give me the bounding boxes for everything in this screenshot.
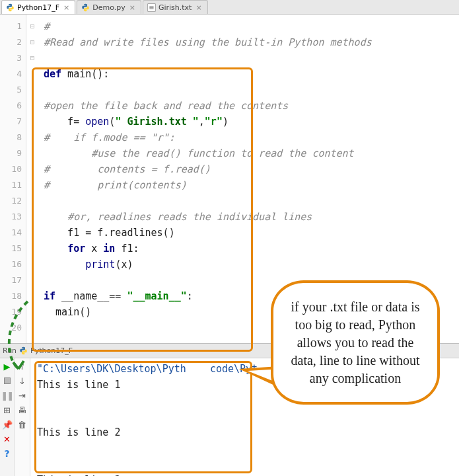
run-label: Run (3, 346, 17, 355)
svg-point-3 (87, 10, 87, 11)
line-number: 3 (0, 50, 22, 66)
code-line: # (44, 20, 50, 32)
line-number: 15 (0, 241, 22, 257)
code-line: # print(contents) (44, 179, 187, 191)
close-icon[interactable]: × (195, 3, 201, 12)
line-number-gutter: 1 2 3 4 5 6 7 8 9 10 11 12 13 14 15 16 1… (0, 15, 26, 343)
annotation-speech-bubble: if your .txt file or data is too big to … (271, 280, 440, 405)
line-number: 4 (0, 66, 22, 82)
arrow-up-icon[interactable]: ↑ (17, 361, 28, 372)
tab-demo[interactable]: Demo.py × (77, 0, 141, 14)
python-file-icon (81, 3, 90, 12)
python-file-icon (6, 3, 15, 12)
code-line: #or, readlines reads the individual line… (44, 211, 312, 223)
code-line: #open the file back and read the content… (44, 100, 288, 112)
python-file-icon (19, 346, 28, 355)
run-tool-column-right: ↑ ↓ ⇥ 🖶 🗑 (15, 358, 30, 476)
stop-icon[interactable] (2, 376, 13, 386)
tab-label: Girish.txt (159, 3, 192, 12)
console-command: "C:\Users\DK\Desktop\Pyth code\Pyt (37, 363, 258, 375)
code-line: #Read and write files using the built-in… (44, 36, 372, 48)
text-file-icon: ≡ (147, 3, 156, 12)
tab-girish-txt[interactable]: ≡ Girish.txt × (143, 0, 208, 14)
line-number: 18 (0, 288, 22, 304)
code-line: f1 = f.readlines() (44, 227, 175, 239)
fold-toggle[interactable]: ⊟ (26, 34, 38, 50)
wrap-icon[interactable]: ⇥ (17, 390, 28, 401)
run-tool-column-left: ▶ ❚❚ ⊞ 📌 ✕ ? (0, 358, 15, 476)
run-icon[interactable]: ▶ (2, 361, 13, 372)
help-icon[interactable]: ? (2, 448, 13, 459)
close-icon[interactable]: ✕ (2, 434, 13, 444)
code-line: #use the read() function to read the con… (44, 147, 354, 159)
code-line: # contents = f.read() (44, 163, 211, 175)
line-number: 14 (0, 225, 22, 241)
svg-point-0 (9, 4, 9, 5)
fold-toggle[interactable]: ⊟ (26, 50, 38, 66)
run-config-name: Python17_F (30, 346, 73, 355)
line-number: 6 (0, 98, 22, 114)
svg-point-4 (22, 348, 22, 348)
line-number: 5 (0, 82, 22, 98)
console-line: This is line 2 (37, 426, 120, 438)
pause-icon[interactable]: ❚❚ (2, 390, 13, 401)
code-kw: def (44, 68, 61, 80)
line-number: 9 (0, 145, 22, 161)
code-line: main() (44, 306, 91, 318)
line-number: 1 (0, 19, 22, 34)
annotation-text: if your .txt file or data is too big to … (288, 298, 423, 387)
line-number: 20 (0, 320, 22, 336)
fold-toggle[interactable]: ⊟ (26, 19, 38, 34)
fold-column: ⊟ ⊟ ⊟ (26, 15, 38, 343)
svg-point-1 (11, 10, 12, 11)
pin-icon[interactable]: 📌 (2, 419, 13, 430)
line-number: 8 (0, 130, 22, 145)
print-icon[interactable]: 🖶 (17, 405, 28, 415)
line-number: 10 (0, 161, 22, 177)
tab-label: Demo.py (92, 3, 125, 12)
console-line: This is line 1 (37, 379, 120, 391)
line-number: 17 (0, 272, 22, 288)
tab-label: Python17_F (17, 3, 59, 12)
code-line: # if f.mode == "r": (44, 132, 175, 143)
line-number: 12 (0, 193, 22, 209)
code-line: main(): (61, 68, 109, 80)
arrow-down-icon[interactable]: ↓ (17, 376, 28, 386)
layout-icon[interactable]: ⊞ (2, 405, 13, 415)
editor-tabs-bar: Python17_F × Demo.py × ≡ Girish.txt × (0, 0, 459, 15)
line-number: 13 (0, 209, 22, 225)
line-number: 19 (0, 304, 22, 320)
line-number: 11 (0, 177, 22, 193)
tab-python17[interactable]: Python17_F × (1, 0, 75, 14)
trash-icon[interactable]: 🗑 (17, 419, 28, 430)
line-number: 2 (0, 34, 22, 50)
svg-point-5 (24, 353, 25, 354)
close-icon[interactable]: × (129, 3, 135, 12)
close-icon[interactable]: × (63, 3, 69, 12)
line-number: 7 (0, 114, 22, 130)
line-number: 16 (0, 257, 22, 272)
svg-point-2 (84, 4, 85, 5)
